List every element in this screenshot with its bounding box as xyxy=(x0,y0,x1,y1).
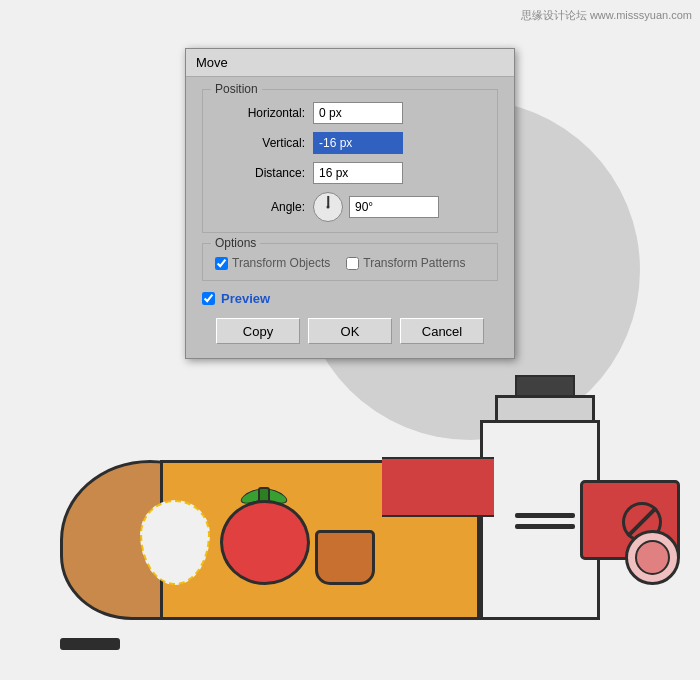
move-dialog: Move Position Horizontal: Vertical: Dist… xyxy=(185,48,515,359)
position-section: Position Horizontal: Vertical: Distance:… xyxy=(202,89,498,233)
transform-patterns-label: Transform Patterns xyxy=(363,256,465,270)
transform-patterns-checkbox[interactable] xyxy=(346,257,359,270)
modal-overlay: Move Position Horizontal: Vertical: Dist… xyxy=(0,0,700,680)
options-checkbox-row: Transform Objects Transform Patterns xyxy=(215,256,485,270)
dialog-title: Move xyxy=(196,55,228,70)
distance-input[interactable] xyxy=(313,162,403,184)
options-section-label: Options xyxy=(211,236,260,250)
position-section-label: Position xyxy=(211,82,262,96)
transform-patterns-option[interactable]: Transform Patterns xyxy=(346,256,465,270)
preview-checkbox[interactable] xyxy=(202,292,215,305)
copy-button[interactable]: Copy xyxy=(216,318,300,344)
angle-input[interactable] xyxy=(349,196,439,218)
distance-label: Distance: xyxy=(215,166,305,180)
vertical-input[interactable] xyxy=(313,132,403,154)
dialog-body: Position Horizontal: Vertical: Distance:… xyxy=(186,77,514,358)
angle-clock xyxy=(313,192,343,222)
vertical-label: Vertical: xyxy=(215,136,305,150)
horizontal-input[interactable] xyxy=(313,102,403,124)
dialog-titlebar: Move xyxy=(186,49,514,77)
dialog-buttons: Copy OK Cancel xyxy=(202,318,498,344)
horizontal-label: Horizontal: xyxy=(215,106,305,120)
preview-label: Preview xyxy=(221,291,270,306)
angle-label: Angle: xyxy=(215,200,305,214)
transform-objects-option[interactable]: Transform Objects xyxy=(215,256,330,270)
horizontal-row: Horizontal: xyxy=(215,102,485,124)
distance-row: Distance: xyxy=(215,162,485,184)
options-section: Options Transform Objects Transform Patt… xyxy=(202,243,498,281)
transform-objects-label: Transform Objects xyxy=(232,256,330,270)
cancel-button[interactable]: Cancel xyxy=(400,318,484,344)
preview-row: Preview xyxy=(202,291,498,306)
transform-objects-checkbox[interactable] xyxy=(215,257,228,270)
vertical-row: Vertical: xyxy=(215,132,485,154)
clock-dot xyxy=(327,206,330,209)
angle-row: Angle: xyxy=(215,192,485,222)
ok-button[interactable]: OK xyxy=(308,318,392,344)
